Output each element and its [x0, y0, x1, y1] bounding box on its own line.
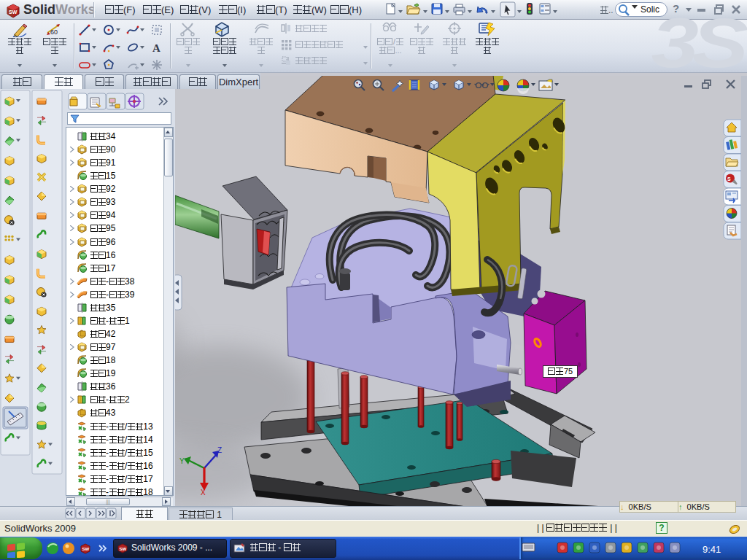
svg-text:SW: SW — [82, 547, 90, 551]
svg-text:SW: SW — [120, 547, 127, 551]
svg-text:Z: Z — [217, 446, 222, 454]
svg-text:X: X — [201, 489, 206, 497]
svg-text:Y: Y — [179, 457, 185, 465]
svg-text:S: S — [727, 176, 731, 182]
